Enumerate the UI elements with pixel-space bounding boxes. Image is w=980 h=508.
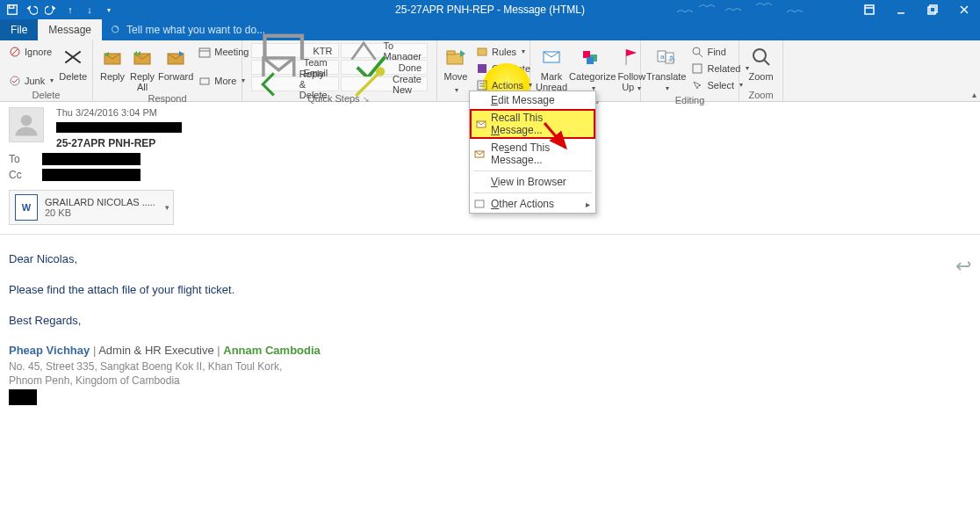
svg-rect-5 bbox=[930, 5, 937, 12]
quickstep-reply-delete[interactable]: Reply & Delete bbox=[251, 76, 339, 91]
sig-addr2: Phnom Penh, Kingdom of Cambodia bbox=[9, 374, 971, 388]
svg-rect-29 bbox=[583, 51, 590, 58]
body-greeting: Dear Nicolas, bbox=[9, 250, 971, 269]
menu-recall-message[interactable]: Recall This Message... bbox=[470, 109, 595, 139]
menu-view-in-browser[interactable]: View in Browser bbox=[470, 173, 595, 191]
next-item-icon[interactable]: ↓ bbox=[83, 3, 97, 17]
menu-separator bbox=[473, 192, 592, 193]
to-address-redacted: user3@example.com bbox=[42, 153, 141, 165]
svg-rect-2 bbox=[865, 5, 874, 14]
sig-role: Admin & HR Executive bbox=[98, 344, 214, 357]
svg-rect-4 bbox=[928, 7, 935, 14]
titlebar-decoration bbox=[673, 0, 831, 19]
redo-icon[interactable] bbox=[44, 3, 58, 17]
to-label: To bbox=[9, 153, 33, 165]
message-body: Dear Nicolas, Please find the attach fil… bbox=[0, 235, 980, 422]
svg-rect-25 bbox=[478, 81, 486, 90]
svg-rect-24 bbox=[478, 64, 486, 73]
from-address-redacted: user1;user2@example.com bbox=[56, 122, 182, 133]
svg-rect-38 bbox=[693, 64, 702, 73]
cc-label: Cc bbox=[9, 169, 33, 181]
svg-point-36 bbox=[693, 47, 700, 54]
sender-avatar bbox=[9, 107, 44, 142]
reply-all-button[interactable]: Reply All bbox=[128, 42, 156, 92]
ribbon-group-editing: aあTranslate▾ Find Related▾ Select▾ Editi… bbox=[641, 40, 739, 101]
svg-line-10 bbox=[11, 48, 18, 55]
tab-message[interactable]: Message bbox=[38, 19, 102, 40]
svg-point-20 bbox=[375, 67, 384, 76]
ribbon-group-respond: Reply Reply All Forward Meeting More▾ Re… bbox=[93, 40, 242, 101]
qat-customize-icon[interactable]: ▾ bbox=[102, 3, 116, 17]
tell-me-placeholder: Tell me what you want to do... bbox=[126, 24, 265, 36]
ribbon-group-quicksteps: KTR To Manager Team Email Done Reply & D… bbox=[242, 40, 437, 101]
menu-separator bbox=[473, 171, 592, 171]
svg-rect-22 bbox=[447, 51, 455, 54]
svg-rect-1 bbox=[10, 5, 14, 9]
ignore-button[interactable]: Ignore bbox=[5, 44, 57, 59]
message-date: Thu 3/24/2016 3:04 PM bbox=[56, 107, 182, 118]
body-closing: Best Regards, bbox=[9, 312, 971, 330]
tell-me-search[interactable]: Tell me what you want to do... bbox=[102, 19, 265, 40]
ribbon-group-delete: Ignore Junk▾ Delete Delete bbox=[0, 40, 93, 101]
onenote-button[interactable]: OneNote bbox=[472, 61, 536, 76]
move-button[interactable]: Move ▾ bbox=[443, 42, 471, 96]
svg-text:a: a bbox=[660, 53, 665, 61]
forward-button[interactable]: Forward bbox=[158, 42, 193, 82]
save-icon[interactable] bbox=[5, 3, 19, 17]
collapse-ribbon-icon[interactable]: ▴ bbox=[972, 90, 976, 99]
svg-rect-23 bbox=[478, 48, 486, 55]
svg-line-37 bbox=[699, 54, 703, 57]
sig-name: Pheap Vichhay bbox=[9, 344, 90, 357]
reply-button[interactable]: Reply bbox=[98, 42, 126, 82]
categorize-button[interactable]: Categorize▾ bbox=[569, 42, 616, 94]
attachment-name: GRAILARD NICOLAS ..... bbox=[45, 197, 155, 207]
ribbon-tabs: File Message Tell me what you want to do… bbox=[0, 19, 980, 40]
attachment-size: 20 KB bbox=[45, 207, 155, 218]
body-line: Please find the attach file of your flig… bbox=[9, 281, 971, 300]
sig-company: Annam Cambodia bbox=[223, 344, 321, 357]
reply-hint-icon[interactable]: ↩ bbox=[955, 255, 971, 278]
delete-button[interactable]: Delete bbox=[59, 42, 87, 82]
close-button[interactable] bbox=[948, 0, 980, 19]
message-subject: 25-27APR PNH-REP bbox=[56, 137, 182, 149]
svg-rect-15 bbox=[199, 48, 210, 57]
titlebar: ↑ ↓ ▾ 25-27APR PNH-REP - Message (HTML) bbox=[0, 0, 980, 19]
word-doc-icon: W bbox=[15, 194, 38, 221]
svg-rect-43 bbox=[475, 200, 484, 207]
svg-point-11 bbox=[11, 76, 19, 85]
menu-resend-message[interactable]: Resend This Message... bbox=[470, 139, 595, 169]
maximize-button[interactable] bbox=[917, 0, 948, 19]
svg-text:あ: あ bbox=[668, 54, 675, 62]
svg-rect-17 bbox=[200, 78, 209, 84]
tab-file[interactable]: File bbox=[0, 19, 38, 40]
menu-edit-message[interactable]: Edit Message bbox=[470, 91, 595, 109]
attachment-chip[interactable]: W GRAILARD NICOLAS ..... 20 KB ▾ bbox=[9, 190, 174, 225]
rules-button[interactable]: Rules▾ bbox=[472, 44, 536, 59]
actions-dropdown: Edit Message Recall This Message... Rese… bbox=[469, 91, 596, 214]
attachment-dropdown-icon[interactable]: ▾ bbox=[165, 203, 169, 212]
minimize-button[interactable] bbox=[885, 0, 917, 19]
sig-addr1: No. 45, Street 335, Sangkat Boeng Kok II… bbox=[9, 360, 971, 374]
sig-redacted: xxxxx bbox=[9, 389, 37, 405]
junk-button[interactable]: Junk▾ bbox=[5, 73, 57, 88]
svg-point-39 bbox=[753, 49, 766, 62]
ribbon-group-zoom: Zoom Zoom bbox=[739, 40, 783, 101]
prev-item-icon[interactable]: ↑ bbox=[63, 3, 77, 17]
quickstep-create-new[interactable]: Create New bbox=[341, 76, 429, 91]
menu-other-actions[interactable]: Other Actions bbox=[470, 195, 595, 213]
undo-icon[interactable] bbox=[25, 3, 39, 17]
translate-button[interactable]: aあTranslate▾ bbox=[646, 42, 686, 94]
window-title: 25-27APR PNH-REP - Message (HTML) bbox=[0, 4, 980, 16]
ribbon-options-button[interactable] bbox=[854, 0, 885, 19]
cc-address-redacted: user4@example.com bbox=[42, 169, 141, 181]
zoom-button[interactable]: Zoom bbox=[745, 42, 777, 82]
svg-rect-31 bbox=[587, 57, 594, 64]
svg-line-40 bbox=[764, 60, 769, 65]
svg-point-45 bbox=[21, 115, 32, 127]
mark-unread-button[interactable]: Mark Unread bbox=[536, 42, 567, 92]
